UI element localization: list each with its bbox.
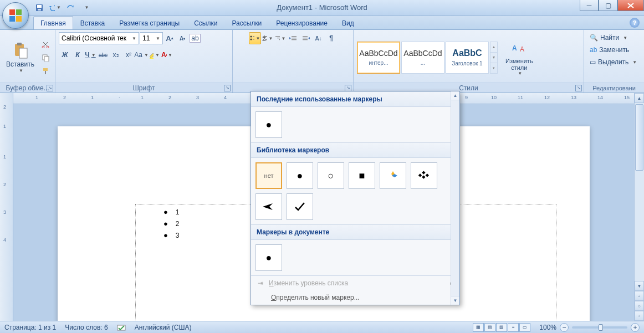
tab-home[interactable]: Главная: [33, 16, 73, 29]
clear-formatting-icon[interactable]: ab: [189, 32, 201, 44]
scroll-up-icon[interactable]: ▲: [451, 91, 459, 100]
style-item[interactable]: AaBbCЗаголовок 1: [446, 42, 489, 74]
zoom-thumb[interactable]: [599, 324, 603, 331]
office-button[interactable]: [2, 2, 29, 29]
zoom-slider[interactable]: [572, 326, 627, 329]
maximize-button[interactable]: ▢: [599, 0, 617, 11]
replace-button[interactable]: abЗаменить: [587, 44, 631, 55]
bullets-button[interactable]: ▼: [249, 32, 261, 44]
style-item[interactable]: AaBbCcDd...: [401, 42, 444, 74]
find-button[interactable]: 🔍Найти▼: [587, 32, 630, 43]
superscript-button[interactable]: x²: [122, 49, 135, 61]
scroll-thumb[interactable]: [635, 104, 643, 171]
tab-insert[interactable]: Вставка: [73, 16, 113, 29]
style-item[interactable]: AaBbCcDdинтер...: [357, 42, 400, 74]
tab-review[interactable]: Рецензирование: [269, 16, 335, 29]
window-controls: ─ ▢: [580, 0, 644, 11]
font-size-combo[interactable]: ▼: [140, 32, 163, 44]
bullet-option-check[interactable]: [287, 193, 313, 220]
change-list-level-button[interactable]: ⇥ Изменить уровень списка ▸: [251, 276, 459, 290]
vertical-scrollbar[interactable]: ▲ ▼ ◦ ○ ◦: [634, 93, 644, 321]
minimize-button[interactable]: ─: [580, 0, 599, 11]
define-marker-button[interactable]: Определить новый маркер...: [251, 290, 459, 305]
increase-indent-icon[interactable]: [300, 32, 312, 44]
svg-rect-8: [17, 43, 22, 45]
svg-text:A: A: [512, 44, 517, 52]
format-painter-icon[interactable]: [39, 65, 52, 77]
tab-mailings[interactable]: Рассылки: [224, 16, 269, 29]
popup-scrollbar[interactable]: ▲ ▼: [451, 91, 459, 305]
bullet-option-none[interactable]: нет: [255, 162, 282, 189]
bullet-option-square[interactable]: ■: [349, 162, 375, 189]
popup-section-library: Библиотека маркеров: [251, 142, 459, 158]
svg-rect-26: [275, 36, 280, 37]
svg-text:A: A: [520, 45, 524, 53]
view-draft-icon[interactable]: ▭: [519, 323, 530, 332]
dialog-launcher-icon[interactable]: ↘: [47, 85, 53, 91]
styles-gallery-scroll[interactable]: ▲ ▼ ▾: [490, 42, 498, 74]
dialog-launcher-icon[interactable]: ↘: [575, 85, 582, 91]
undo-icon[interactable]: ▼: [49, 2, 61, 14]
scroll-up-icon[interactable]: ▲: [635, 93, 644, 103]
tab-references[interactable]: Ссылки: [187, 16, 224, 29]
zoom-value[interactable]: 100%: [539, 324, 556, 331]
view-outline-icon[interactable]: ≡: [508, 323, 519, 332]
find-icon: 🔍: [590, 34, 598, 42]
bold-button[interactable]: Ж: [59, 49, 71, 61]
chevron-down-icon: ▼: [254, 36, 260, 41]
highlight-button[interactable]: ▼: [148, 49, 160, 61]
numbering-button[interactable]: 12▼: [262, 32, 274, 44]
underline-button[interactable]: Ч▼: [84, 49, 96, 61]
status-page[interactable]: Страница: 1 из 1: [4, 324, 56, 331]
decrease-indent-icon[interactable]: [287, 32, 299, 44]
font-name-combo[interactable]: ▼: [59, 32, 139, 44]
save-icon[interactable]: [33, 2, 45, 14]
dialog-launcher-icon[interactable]: ↘: [224, 85, 231, 91]
help-icon[interactable]: ?: [630, 18, 640, 28]
qat-customize-icon[interactable]: ▼: [80, 2, 92, 14]
change-styles-button[interactable]: AA Изменить стили▼: [501, 37, 538, 78]
redo-icon[interactable]: [64, 2, 76, 14]
show-marks-icon[interactable]: ¶: [325, 32, 338, 44]
bullet-option-arrow[interactable]: [255, 193, 282, 220]
bullet-option-disc[interactable]: ●: [255, 111, 282, 138]
paste-button[interactable]: Вставить▼: [3, 39, 37, 75]
scroll-down-icon[interactable]: ▼: [451, 296, 459, 305]
tab-layout[interactable]: Разметка страницы: [112, 16, 187, 29]
italic-button[interactable]: К: [71, 49, 84, 61]
view-fullscreen-icon[interactable]: ▤: [484, 323, 495, 332]
prev-page-icon[interactable]: ◦: [635, 291, 644, 301]
scroll-down-icon[interactable]: ▼: [635, 281, 644, 291]
vertical-ruler[interactable]: 21 12 34: [0, 93, 13, 321]
bullet-option-diamond4[interactable]: [411, 162, 437, 189]
svg-rect-14: [43, 68, 48, 71]
browse-object-icon[interactable]: ○: [635, 301, 644, 311]
zoom-in-button[interactable]: +: [631, 323, 640, 332]
status-language[interactable]: Английский (США): [135, 324, 192, 331]
font-color-button[interactable]: A▼: [161, 49, 173, 61]
bullet-option-circle[interactable]: ○: [318, 162, 344, 189]
proofing-icon[interactable]: [117, 324, 126, 331]
bullet-option-disc[interactable]: ●: [255, 244, 282, 271]
bullet-option-4diamond[interactable]: [380, 162, 406, 189]
view-web-icon[interactable]: ▧: [496, 323, 507, 332]
grow-font-icon[interactable]: A▴: [163, 32, 176, 44]
sort-icon[interactable]: A↓: [313, 32, 325, 44]
zoom-out-button[interactable]: −: [560, 323, 569, 332]
strike-button[interactable]: abc: [97, 49, 109, 61]
popup-section-document: Маркеры в документе: [251, 224, 459, 240]
view-print-layout-icon[interactable]: ▦: [473, 323, 484, 332]
status-words[interactable]: Число слов: 6: [65, 324, 108, 331]
close-button[interactable]: [617, 0, 644, 11]
change-case-button[interactable]: Aa▼: [135, 49, 147, 61]
shrink-font-icon[interactable]: A▾: [176, 32, 188, 44]
next-page-icon[interactable]: ◦: [635, 311, 644, 321]
copy-icon[interactable]: [39, 52, 52, 64]
bullet-option-disc[interactable]: ●: [287, 162, 313, 189]
multilevel-button[interactable]: ▼: [274, 32, 287, 44]
tab-view[interactable]: Вид: [335, 16, 361, 29]
cut-icon[interactable]: [39, 38, 52, 50]
subscript-button[interactable]: x₂: [110, 49, 122, 61]
select-button[interactable]: ▭Выделить▼: [587, 57, 639, 68]
dialog-launcher-icon[interactable]: ↘: [345, 85, 351, 91]
